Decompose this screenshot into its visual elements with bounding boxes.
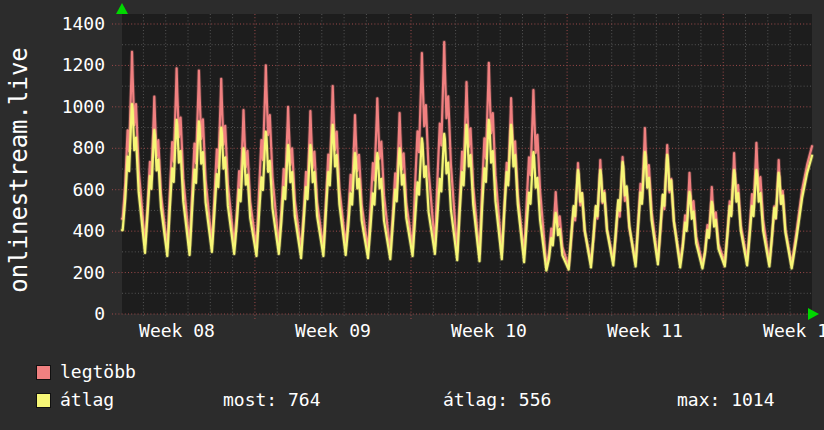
x-axis-tick-label: Week 12 [761, 322, 824, 340]
y-axis-arrow-icon [116, 3, 128, 14]
y-axis-tick-label: 1400 [33, 15, 105, 33]
legend-stat-atlag: átlag: 556 [443, 391, 551, 409]
legend-stat-max: max: 1014 [677, 391, 775, 409]
x-axis-tick-label: Week 11 [605, 322, 685, 340]
vertical-axis-title: onlinestream.live [5, 47, 33, 293]
x-axis-tick-label: Week 10 [449, 322, 529, 340]
x-axis-arrow-icon [808, 308, 819, 320]
y-axis-tick-label: 1200 [33, 56, 105, 74]
y-axis-tick-label: 0 [33, 305, 105, 323]
x-axis-tick-label: Week 09 [293, 322, 373, 340]
legend-swatch-legtobb [36, 365, 51, 380]
rrd-graph-panel: onlinestream.live 0 200 400 600 800 1000… [0, 0, 824, 430]
y-axis-tick-label: 400 [33, 222, 105, 240]
legend-stat-most: most: 764 [223, 391, 321, 409]
y-axis-tick-label: 600 [33, 181, 105, 199]
x-axis-tick-label: Week 08 [137, 322, 217, 340]
legend-label-legtobb: legtöbb [60, 363, 136, 381]
legend-label-atlag: átlag [60, 391, 114, 409]
legend-swatch-atlag [36, 393, 51, 408]
y-axis-tick-label: 1000 [33, 98, 105, 116]
y-axis-tick-label: 200 [33, 264, 105, 282]
y-axis-tick-label: 800 [33, 139, 105, 157]
